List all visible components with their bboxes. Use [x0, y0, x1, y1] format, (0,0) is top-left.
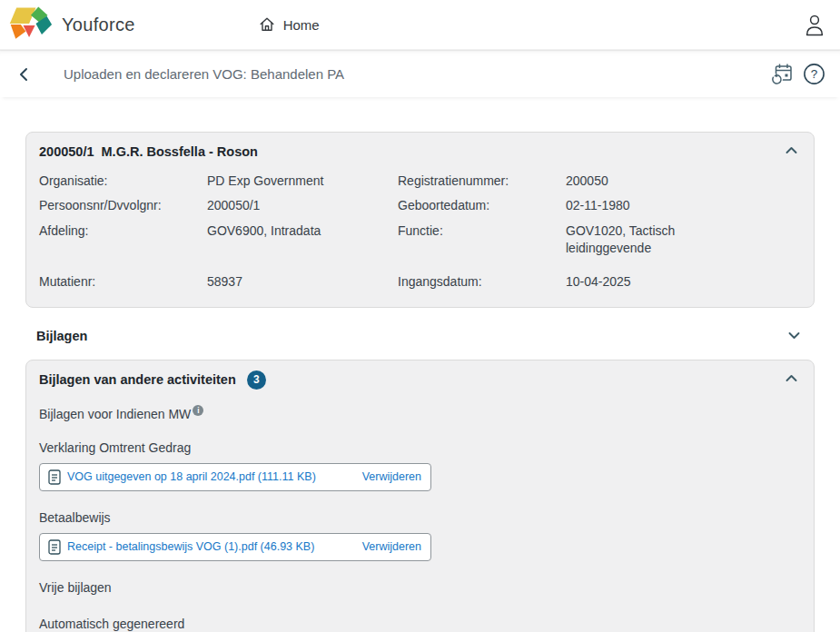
- attachment-group-label: Automatisch gegenereerd: [39, 617, 801, 631]
- help-icon: ?: [803, 63, 825, 85]
- history-button[interactable]: [770, 62, 795, 86]
- chevron-down-icon: [788, 331, 800, 340]
- attachments-subtitle: Bijlagen voor Indienen MW: [39, 407, 191, 421]
- document-icon: [48, 469, 61, 485]
- employee-card-title: 200050/1 M.G.R. Bossfella - Roson: [39, 144, 258, 159]
- home-icon: [259, 16, 275, 33]
- chevron-up-icon: [786, 374, 797, 382]
- chevron-left-icon: [18, 67, 29, 82]
- attachment-group-label: Betaalbewijs: [39, 510, 801, 525]
- help-button[interactable]: ?: [803, 63, 825, 85]
- field-value: 200050: [566, 168, 801, 193]
- user-icon: [804, 13, 825, 37]
- other-activities-collapse-button[interactable]: [782, 372, 801, 384]
- field-value: 02-11-1980: [566, 193, 801, 219]
- field-label: Persoonsnr/Dvvolgnr:: [39, 193, 207, 219]
- svg-text:?: ?: [811, 67, 818, 81]
- document-icon: [48, 539, 61, 555]
- employee-card-collapse-button[interactable]: [782, 144, 801, 156]
- attachment-group-label: Vrije bijlagen: [39, 580, 801, 595]
- field-value-text: GOV1020, Tactisch leidinggevende: [566, 222, 716, 257]
- employee-card: 200050/1 M.G.R. Bossfella - Roson Organi…: [25, 132, 815, 308]
- attachment-count-badge: 3: [247, 370, 266, 390]
- info-icon[interactable]: i: [193, 405, 203, 416]
- field-value: 10-04-2025: [566, 262, 801, 294]
- attachments-subtitle-row: Bijlagen voor Indienen MWi: [39, 405, 801, 421]
- remove-attachment-link[interactable]: Verwijderen: [362, 540, 421, 553]
- field-value: GOV6900, Intradata: [207, 219, 398, 262]
- page-toolbar: Uploaden en declareren VOG: Behandelen P…: [0, 50, 840, 97]
- nav-home-label: Home: [283, 17, 320, 33]
- attachment-group-label: Verklaring Omtrent Gedrag: [39, 440, 801, 455]
- remove-attachment-link[interactable]: Verwijderen: [362, 470, 421, 483]
- attachment-row: Receipt - betalingsbewijs VOG (1).pdf (4…: [39, 533, 431, 561]
- attachment-file-link[interactable]: Receipt - betalingsbewijs VOG (1).pdf (4…: [67, 540, 314, 553]
- other-activities-title: Bijlagen van andere activiteiten: [39, 372, 236, 387]
- back-button[interactable]: [15, 64, 33, 85]
- field-value: 200050/1: [207, 193, 398, 219]
- field-label: Registratienummer:: [398, 168, 566, 193]
- history-calendar-icon: [770, 62, 795, 86]
- field-label: Functie:: [398, 219, 566, 262]
- page-title: Uploaden en declareren VOG: Behandelen P…: [64, 66, 344, 82]
- field-label: Mutatienr:: [39, 262, 207, 294]
- field-value: PD Exp Government: [207, 168, 398, 193]
- chevron-up-icon: [786, 146, 797, 154]
- other-activities-panel: Bijlagen van andere activiteiten 3 Bijla…: [25, 360, 815, 632]
- field-label: Geboortedatum:: [398, 193, 566, 219]
- attachment-file-link[interactable]: VOG uitgegeven op 18 april 2024.pdf (111…: [67, 470, 316, 483]
- bijlagen-section-header[interactable]: Bijlagen: [25, 315, 815, 355]
- main-content: 200050/1 M.G.R. Bossfella - Roson Organi…: [0, 97, 840, 632]
- field-label: Organisatie:: [39, 168, 207, 193]
- nav-home[interactable]: Home: [259, 16, 320, 33]
- attachment-row: VOG uitgegeven op 18 april 2024.pdf (111…: [39, 463, 431, 491]
- user-menu-button[interactable]: [804, 13, 825, 37]
- brand-name: Youforce: [62, 15, 135, 35]
- bijlagen-section-title: Bijlagen: [36, 329, 87, 343]
- field-value: 58937: [207, 262, 398, 294]
- app-header: Youforce Home: [0, 0, 840, 50]
- youforce-logo-icon: [7, 6, 53, 43]
- field-label: Afdeling:: [39, 219, 207, 262]
- bijlagen-expand-button[interactable]: [785, 330, 804, 341]
- field-value: GOV1020, Tactisch leidinggevende: [566, 219, 801, 262]
- field-label: Ingangsdatum:: [398, 262, 566, 294]
- employee-fields: Organisatie: PD Exp Government Registrat…: [39, 168, 801, 294]
